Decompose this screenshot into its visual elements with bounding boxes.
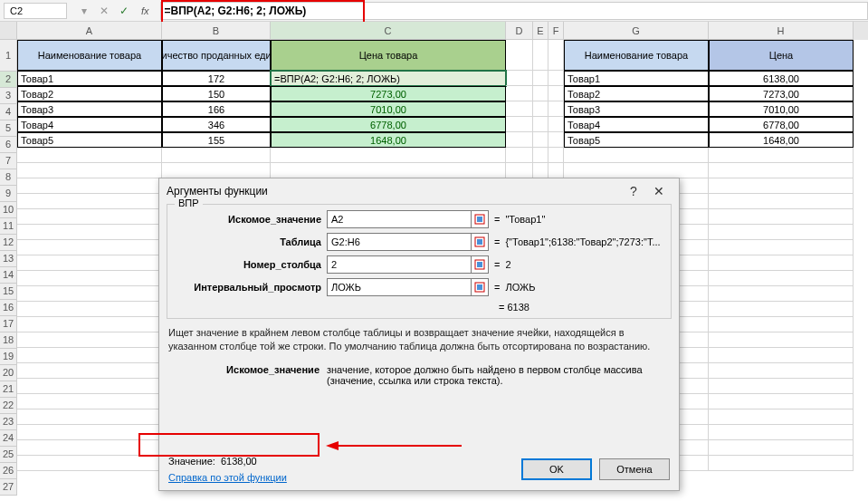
row-header[interactable]: 7 [0,153,17,169]
cell[interactable]: 346 [162,117,271,132]
cell[interactable]: Товар5 [17,132,162,148]
cell[interactable] [709,240,854,255]
cell[interactable] [17,286,162,302]
cell[interactable] [506,148,533,163]
header-cell[interactable]: Количество проданных единиц [162,40,271,71]
cell[interactable]: 150 [162,86,271,101]
cell[interactable] [17,394,162,409]
cell[interactable] [17,225,162,240]
cell[interactable]: Товар1 [17,71,162,86]
cell[interactable] [709,225,854,240]
lookup-value-input[interactable]: A2 [327,210,472,228]
cell[interactable] [709,209,854,225]
cell[interactable] [17,255,162,271]
cell[interactable]: 166 [162,101,271,117]
row-header[interactable]: 9 [0,186,17,202]
cell[interactable] [709,348,854,363]
cell[interactable] [564,148,709,163]
cell[interactable]: Товар3 [17,101,162,117]
row-header[interactable]: 19 [0,349,17,365]
row-header[interactable]: 16 [0,300,17,316]
cell[interactable] [506,117,533,132]
cell[interactable] [533,101,548,117]
row-header[interactable]: 25 [0,447,17,463]
cell[interactable]: 6138,00 [709,71,854,86]
cell[interactable]: Товар4 [17,117,162,132]
cell[interactable] [506,71,533,86]
cell[interactable] [709,178,854,194]
cell[interactable] [162,163,271,178]
help-icon[interactable]: ? [621,184,646,198]
row-header[interactable]: 24 [0,430,17,447]
cancel-button[interactable]: Отмена [599,458,670,480]
cell[interactable] [709,456,854,471]
cell[interactable] [564,163,709,178]
cell[interactable] [709,394,854,409]
range-lookup-input[interactable]: ЛОЖЬ [327,278,472,296]
cell[interactable] [548,71,564,86]
header-cell[interactable]: Наименование товара [564,40,709,71]
header-cell[interactable]: Цена [709,40,854,71]
cell[interactable]: Товар1 [564,71,709,86]
cell[interactable] [533,86,548,101]
cell[interactable] [17,425,162,440]
col-header-A[interactable]: A [17,22,162,40]
range-selector-icon[interactable] [471,233,489,251]
col-header-B[interactable]: B [162,22,271,40]
row-header[interactable]: 20 [0,365,17,381]
cell[interactable] [709,363,854,379]
cell[interactable] [533,148,548,163]
cell[interactable] [533,40,548,71]
row-header[interactable]: 21 [0,381,17,398]
row-header[interactable]: 27 [0,479,17,496]
cell[interactable]: 6778,00 [271,117,506,132]
cell[interactable] [709,379,854,394]
close-icon[interactable]: ✕ [646,184,672,198]
col-header-D[interactable]: D [506,22,533,40]
cell[interactable] [548,132,564,148]
cell[interactable] [162,148,271,163]
cell[interactable] [17,302,162,317]
row-header[interactable]: 14 [0,267,17,284]
cell[interactable] [533,132,548,148]
col-header-F[interactable]: F [548,22,564,40]
cell[interactable]: 7273,00 [271,86,506,101]
dialog-titlebar[interactable]: Аргументы функции ? ✕ [159,178,679,204]
cell[interactable] [709,425,854,440]
select-all-corner[interactable] [0,22,17,40]
cell[interactable] [709,317,854,332]
row-header[interactable]: 15 [0,284,17,300]
cell[interactable] [506,163,533,178]
header-cell[interactable]: Цена товара [271,40,506,71]
header-cell[interactable]: Наименование товара [17,40,162,71]
cell[interactable]: 155 [162,132,271,148]
fx-icon[interactable]: fx [138,5,153,16]
range-selector-icon[interactable] [471,278,489,296]
cell[interactable] [533,163,548,178]
col-header-G[interactable]: G [564,22,709,40]
row-header[interactable]: 8 [0,169,17,186]
cell[interactable] [271,163,506,178]
cell[interactable] [548,86,564,101]
cell[interactable]: 1648,00 [709,132,854,148]
cell[interactable] [17,317,162,332]
cell[interactable]: Товар3 [564,101,709,117]
cell[interactable] [709,409,854,425]
cell[interactable]: Товар5 [564,132,709,148]
cell[interactable]: 172 [162,71,271,86]
cell[interactable] [709,440,854,456]
cell[interactable] [17,348,162,363]
cell[interactable] [17,178,162,194]
row-header[interactable]: 18 [0,332,17,349]
row-header[interactable]: 2 [0,72,17,88]
row-header[interactable]: 4 [0,104,17,120]
cell[interactable]: 1648,00 [271,132,506,148]
range-selector-icon[interactable] [471,255,489,274]
row-header[interactable]: 3 [0,88,17,104]
cell[interactable] [709,332,854,348]
row-header[interactable]: 10 [0,202,17,218]
cell[interactable] [17,456,162,471]
cell[interactable]: Товар2 [564,86,709,101]
cell[interactable]: 7010,00 [709,101,854,117]
cell[interactable] [709,148,854,163]
